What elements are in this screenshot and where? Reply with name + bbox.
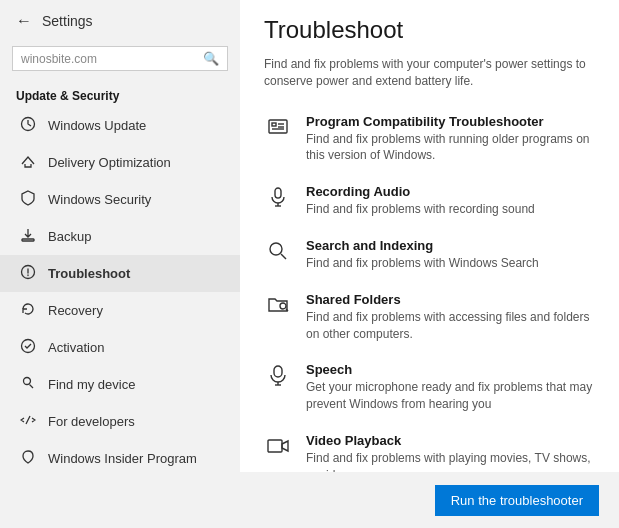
sidebar-item-label: Windows Update [48,118,146,133]
item-text: Recording Audio Find and fix problems wi… [306,184,535,218]
sidebar-item-recovery[interactable]: Recovery [0,292,240,329]
footer-bar: Run the troubleshooter [240,472,619,528]
svg-rect-17 [274,366,282,377]
sidebar-item-windows-update[interactable]: Windows Update [0,107,240,144]
sidebar-item-windows-security[interactable]: Windows Security [0,181,240,218]
intro-text: Find and fix problems with your computer… [264,56,595,90]
item-title: Speech [306,362,595,377]
item-text: Video Playback Find and fix problems wit… [306,433,595,472]
sidebar-item-label: Windows Security [48,192,151,207]
sidebar-item-delivery-optimization[interactable]: Delivery Optimization [0,144,240,181]
svg-rect-20 [268,440,282,452]
item-desc: Find and fix problems with accessing fil… [306,309,595,343]
sidebar-header: ← Settings [0,0,240,42]
sidebar-item-label: Find my device [48,377,135,392]
svg-point-13 [270,243,282,255]
sidebar-item-find-my-device[interactable]: Find my device [0,366,240,403]
page-title: Troubleshoot [264,16,595,44]
compat-icon [264,116,292,138]
svg-point-15 [280,303,286,309]
troubleshoot-item-recording-audio[interactable]: Recording Audio Find and fix problems wi… [264,174,595,228]
sidebar-item-troubleshoot[interactable]: Troubleshoot [0,255,240,292]
troubleshoot-item-program-compatibility[interactable]: Program Compatibility Troubleshooter Fin… [264,104,595,175]
item-title: Video Playback [306,433,595,448]
section-label: Update & Security [0,81,240,107]
shield-icon [20,190,36,209]
backup-icon [20,227,36,246]
item-desc: Find and fix problems with Windows Searc… [306,255,539,272]
sidebar-item-windows-insider[interactable]: Windows Insider Program [0,440,240,477]
search-icon: 🔍 [203,51,219,66]
main-content: Troubleshoot Find and fix problems with … [240,0,619,472]
svg-rect-10 [275,188,281,198]
item-text: Shared Folders Find and fix problems wit… [306,292,595,343]
item-desc: Find and fix problems with playing movie… [306,450,595,472]
svg-rect-6 [272,123,276,126]
find-icon [20,375,36,394]
search-input[interactable] [21,52,197,66]
item-title: Recording Audio [306,184,535,199]
sidebar-item-for-developers[interactable]: For developers [0,403,240,440]
sidebar-item-backup[interactable]: Backup [0,218,240,255]
svg-point-4 [24,378,31,385]
sidebar-item-label: Backup [48,229,91,244]
insider-icon [20,449,36,468]
sidebar-item-label: Windows Insider Program [48,451,197,466]
item-title: Program Compatibility Troubleshooter [306,114,595,129]
item-title: Search and Indexing [306,238,539,253]
troubleshoot-item-search-indexing[interactable]: Search and Indexing Find and fix problem… [264,228,595,282]
search-box[interactable]: 🔍 [12,46,228,71]
item-text: Program Compatibility Troubleshooter Fin… [306,114,595,165]
sidebar-item-activation[interactable]: Activation [0,329,240,366]
sidebar: ← Settings 🔍 Update & Security Windows U… [0,0,240,528]
sidebar-item-label: Troubleshoot [48,266,130,281]
troubleshoot-item-speech[interactable]: Speech Get your microphone ready and fix… [264,352,595,423]
speech-icon [264,364,292,386]
activation-icon [20,338,36,357]
troubleshoot-item-shared-folders[interactable]: Shared Folders Find and fix problems wit… [264,282,595,353]
troubleshoot-item-video-playback[interactable]: Video Playback Find and fix problems wit… [264,423,595,472]
troubleshoot-icon [20,264,36,283]
item-desc: Find and fix problems with running older… [306,131,595,165]
item-title: Shared Folders [306,292,595,307]
main-panel: Troubleshoot Find and fix problems with … [240,0,619,528]
sidebar-item-label: For developers [48,414,135,429]
item-text: Search and Indexing Find and fix problem… [306,238,539,272]
run-troubleshooter-button[interactable]: Run the troubleshooter [435,485,599,516]
recovery-icon [20,301,36,320]
mic-icon [264,186,292,208]
svg-line-14 [281,254,286,259]
svg-point-3 [22,340,35,353]
item-desc: Find and fix problems with recording sou… [306,201,535,218]
dev-icon [20,412,36,431]
sidebar-item-label: Delivery Optimization [48,155,171,170]
item-desc: Get your microphone ready and fix proble… [306,379,595,413]
search-item-icon [264,240,292,262]
sidebar-item-label: Recovery [48,303,103,318]
sidebar-item-label: Activation [48,340,104,355]
svg-rect-1 [22,239,34,241]
delivery-icon [20,153,36,172]
back-icon[interactable]: ← [16,12,32,30]
folder-icon [264,294,292,316]
item-text: Speech Get your microphone ready and fix… [306,362,595,413]
sidebar-app-title: Settings [42,13,93,29]
update-icon [20,116,36,135]
video-icon [264,435,292,457]
